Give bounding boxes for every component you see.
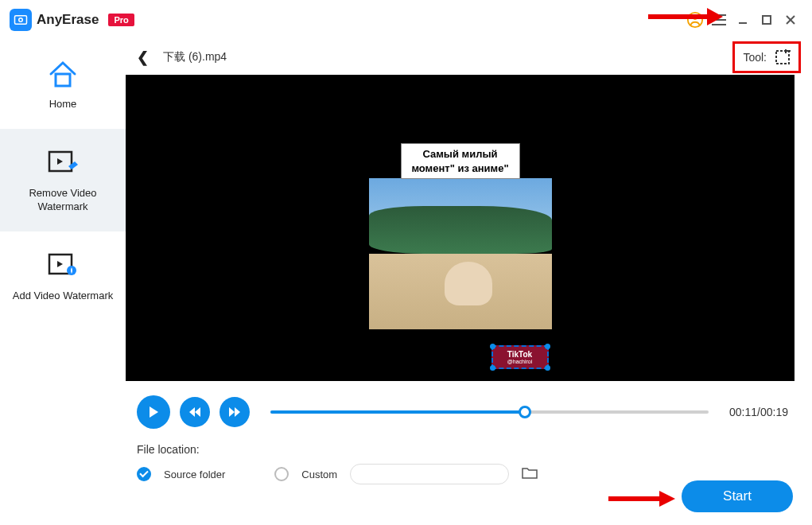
sidebar-item-home[interactable]: Home (0, 40, 126, 129)
radio-custom[interactable] (274, 467, 289, 481)
pro-badge: Pro (108, 14, 134, 26)
sidebar-item-add-watermark[interactable]: Add Video Watermark (0, 231, 126, 321)
svg-marker-24 (235, 407, 240, 417)
svg-marker-22 (195, 407, 200, 417)
svg-marker-15 (57, 261, 63, 267)
svg-rect-17 (776, 51, 789, 64)
time-display: 00:11/00:19 (729, 406, 788, 418)
selection-tool-icon[interactable] (775, 49, 791, 65)
browse-folder-icon[interactable] (522, 466, 538, 482)
slider-thumb[interactable] (519, 406, 531, 418)
menu-icon[interactable] (707, 8, 731, 32)
play-button[interactable] (137, 395, 170, 429)
minimize-icon[interactable] (731, 8, 755, 32)
watermark-selection[interactable]: TikTok @hachiroi (491, 345, 549, 369)
file-bar: ❮ 下载 (6).mp4 Tool: (126, 40, 804, 75)
start-button[interactable]: Start (682, 480, 793, 512)
close-icon[interactable] (779, 8, 802, 32)
sidebar-item-label: Add Video Watermark (13, 289, 113, 303)
slider-fill (270, 410, 525, 414)
forward-button[interactable] (220, 397, 250, 427)
maximize-icon[interactable] (755, 8, 779, 32)
file-location-section: File location: Source folder Custom (126, 429, 804, 484)
logo-icon (10, 9, 32, 31)
svg-rect-8 (763, 16, 771, 24)
playback-controls: 00:11/00:19 (126, 381, 804, 429)
radio-source-label: Source folder (164, 469, 225, 480)
remove-watermark-icon (45, 146, 81, 180)
back-button[interactable]: ❮ (137, 49, 149, 66)
filename: 下载 (6).mp4 (163, 50, 227, 64)
tool-highlight-box: Tool: (732, 41, 801, 73)
user-icon[interactable] (683, 8, 707, 32)
sidebar-item-label: Remove Video Watermark (6, 186, 119, 214)
sidebar: Home Remove Video Watermark Add Video Wa… (0, 40, 126, 525)
titlebar: AnyErase Pro (0, 0, 812, 40)
custom-path-input[interactable] (350, 464, 509, 484)
app-logo: AnyErase Pro (10, 9, 134, 31)
add-watermark-icon (45, 249, 81, 282)
selection-handle[interactable] (545, 344, 550, 349)
svg-marker-23 (229, 407, 235, 417)
tool-label: Tool: (743, 51, 767, 64)
svg-point-3 (693, 16, 697, 21)
playback-slider[interactable] (270, 410, 709, 414)
sidebar-item-remove-watermark[interactable]: Remove Video Watermark (0, 129, 126, 231)
app-name: AnyErase (37, 12, 99, 28)
main: Home Remove Video Watermark Add Video Wa… (0, 40, 812, 525)
home-icon (45, 57, 81, 91)
video-preview[interactable]: Самый милый момент" из аниме" TikTok @ha… (126, 75, 795, 381)
svg-rect-11 (56, 74, 70, 86)
file-location-title: File location: (137, 443, 793, 456)
svg-marker-21 (189, 407, 195, 417)
selection-handle[interactable] (490, 344, 495, 349)
video-frame: Самый милый момент" из аниме" TikTok @ha… (369, 75, 552, 381)
svg-marker-13 (57, 158, 63, 165)
selection-handle[interactable] (545, 365, 550, 371)
radio-source-folder[interactable] (137, 467, 151, 481)
video-subtitle: Самый милый момент" из аниме" (401, 143, 520, 179)
sidebar-item-label: Home (49, 97, 77, 111)
svg-marker-20 (150, 406, 158, 418)
rewind-button[interactable] (180, 397, 210, 427)
content: ❮ 下载 (6).mp4 Tool: Самый милый момент" и… (126, 40, 812, 525)
svg-point-1 (19, 18, 23, 22)
selection-handle[interactable] (490, 365, 495, 371)
radio-custom-label: Custom (301, 469, 337, 480)
svg-rect-0 (15, 16, 27, 25)
